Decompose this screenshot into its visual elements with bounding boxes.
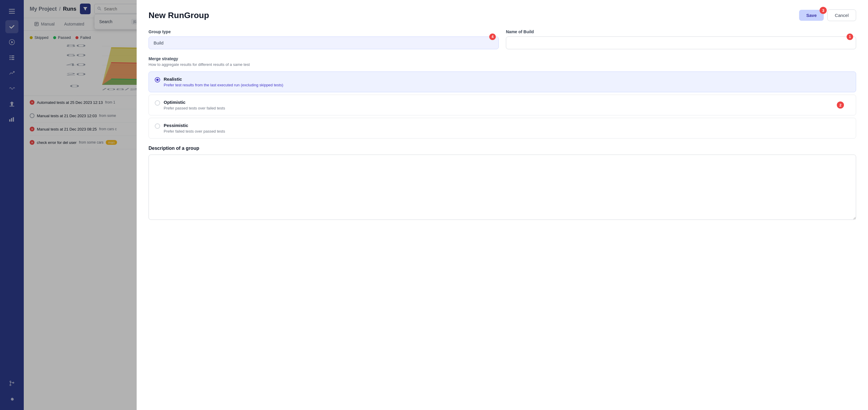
strategy-optimistic-name: Optimistic	[164, 100, 225, 105]
group-type-badge: 4	[489, 34, 496, 40]
strategy-realistic-desc: Prefer test results from the last execut…	[164, 83, 283, 87]
optimistic-badge: 2	[837, 101, 844, 109]
modal-panel: New RunGroup Save 3 Cancel Group type 4 …	[137, 0, 868, 410]
name-of-build-badge: 1	[847, 34, 853, 40]
strategy-pessimistic-name: Pessimistic	[164, 123, 225, 128]
strategy-pessimistic-text: Pessimistic Prefer failed tests over pas…	[164, 123, 225, 134]
strategy-realistic[interactable]: Realistic Prefer test results from the l…	[149, 71, 856, 92]
strategy-realistic-text: Realistic Prefer test results from the l…	[164, 76, 283, 87]
group-type-label: Group type	[149, 29, 499, 34]
strategy-pessimistic-desc: Prefer failed tests over passed tests	[164, 129, 225, 134]
modal-actions: Save 3 Cancel	[799, 9, 856, 21]
name-of-build-input[interactable]	[506, 36, 856, 49]
name-of-build-wrapper: 1	[506, 36, 856, 49]
merge-strategy-section: Merge strategy How to aggregate results …	[149, 56, 856, 139]
name-of-build-label: Name of Build	[506, 29, 856, 34]
group-type-field: Group type 4	[149, 29, 499, 49]
modal-title: New RunGroup	[149, 11, 209, 20]
group-type-input-wrapper: 4	[149, 36, 499, 49]
radio-optimistic	[155, 100, 160, 106]
strategy-optimistic-text: Optimistic Prefer passed tests over fail…	[164, 100, 225, 110]
description-label: Description of a group	[149, 146, 856, 151]
description-section: Description of a group	[149, 146, 856, 221]
save-badge: 3	[819, 7, 827, 14]
name-of-build-field: Name of Build 1	[506, 29, 856, 49]
modal-overlay: New RunGroup Save 3 Cancel Group type 4 …	[0, 0, 868, 410]
strategy-realistic-name: Realistic	[164, 76, 283, 81]
group-type-input[interactable]	[149, 36, 499, 49]
strategy-pessimistic[interactable]: Pessimistic Prefer failed tests over pas…	[149, 118, 856, 139]
merge-strategy-title: Merge strategy	[149, 56, 856, 61]
save-button[interactable]: Save 3	[799, 10, 824, 21]
form-row-group-type: Group type 4 Name of Build 1	[149, 29, 856, 49]
cancel-button[interactable]: Cancel	[827, 9, 856, 21]
modal-header: New RunGroup Save 3 Cancel	[149, 9, 856, 21]
radio-pessimistic	[155, 124, 160, 129]
strategy-optimistic-desc: Prefer passed tests over failed tests	[164, 106, 225, 110]
strategy-optimistic[interactable]: Optimistic Prefer passed tests over fail…	[149, 95, 856, 115]
radio-realistic	[155, 77, 160, 82]
merge-strategy-subtitle: How to aggregate results for different r…	[149, 62, 856, 67]
description-textarea[interactable]	[149, 155, 856, 220]
